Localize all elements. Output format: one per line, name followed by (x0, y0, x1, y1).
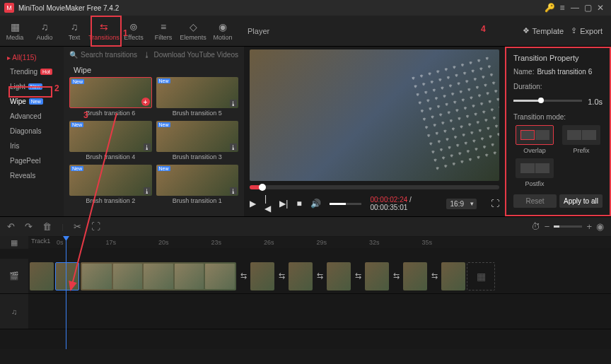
video-player: ▶ |◀ ▶| ■ 🔊 00:00:02:24 / 00:00:35:01 16… (244, 47, 505, 216)
speed-icon[interactable]: ⏱ (531, 221, 540, 232)
sidebar-item-iris[interactable]: Iris (0, 139, 64, 153)
apply-all-button[interactable]: Apply to all (559, 194, 603, 208)
mode-postfix[interactable] (516, 158, 554, 178)
download-icon[interactable]: ⭳ (230, 143, 237, 151)
transition-icon[interactable]: ⇆ (352, 271, 363, 282)
player-label: Player (248, 16, 269, 46)
download-icon[interactable]: ⭳ (230, 187, 237, 194)
transition-icon[interactable]: ⇆ (238, 271, 249, 282)
timeline-clip[interactable] (441, 262, 465, 290)
app-logo-icon: M (4, 3, 14, 13)
add-icon[interactable]: + (141, 98, 150, 106)
hamburger-menu-icon[interactable]: ≡ (556, 1, 569, 14)
sidebar-item-pagepeel[interactable]: PagePeel (0, 153, 64, 168)
transitions-icon: ⇆ (100, 21, 108, 33)
motion-icon: ◉ (219, 21, 227, 33)
video-track-head[interactable]: 🎬 (0, 259, 28, 293)
transition-thumb[interactable]: New⭳Brush transition 3 (156, 121, 239, 160)
playback-time: 00:00:02:24 / 00:00:35:01 (370, 196, 431, 211)
zoom-fit-button[interactable]: ◉ (596, 221, 604, 232)
timeline-clip[interactable] (250, 262, 274, 290)
sidebar-item-advanced[interactable]: Advanced (0, 109, 64, 124)
sidebar-item-reveals[interactable]: Reveals (0, 168, 64, 183)
search-icon: 🔍 (69, 51, 78, 59)
fullscreen-button[interactable]: ⛶ (491, 199, 499, 209)
zoom-in-button[interactable]: + (586, 221, 592, 232)
browser-category-title: Wipe (74, 66, 238, 74)
export-button[interactable]: ⇪Export (571, 26, 603, 35)
timeline-ruler-head[interactable]: ▦ (0, 236, 28, 249)
duration-value: 1.0s (588, 98, 603, 106)
stop-button[interactable]: ■ (296, 199, 301, 209)
download-icon: ⭳ (144, 51, 151, 59)
delete-button[interactable]: 🗑 (42, 221, 52, 232)
filters-icon: ≡ (161, 21, 166, 33)
aspect-ratio-select[interactable]: 16:9 (446, 199, 477, 209)
search-input[interactable]: 🔍Search transitions (69, 51, 139, 59)
next-frame-button[interactable]: ▶| (279, 199, 288, 209)
export-icon: ⇪ (571, 26, 577, 35)
transitions-tab[interactable]: ⇆Transitions (89, 16, 119, 46)
text-tab[interactable]: ♫Text (59, 16, 89, 46)
minimize-window-icon[interactable]: — (569, 1, 581, 14)
reset-button[interactable]: Reset (513, 194, 557, 208)
filters-tab[interactable]: ≡Filters (149, 16, 178, 46)
download-icon[interactable]: ⭳ (230, 100, 237, 107)
timeline-clip[interactable] (30, 262, 54, 290)
playhead[interactable] (66, 236, 66, 349)
template-button[interactable]: ❖Template (523, 26, 564, 35)
zoom-slider[interactable] (554, 225, 582, 228)
annotation-2: 2 (54, 83, 59, 93)
redo-button[interactable]: ↷ (25, 221, 33, 232)
transition-thumb[interactable]: New⭳Brush transition 1 (156, 165, 239, 204)
text-icon: ♫ (71, 21, 78, 33)
timeline-clip[interactable] (403, 262, 427, 290)
play-button[interactable]: ▶ (250, 199, 256, 209)
volume-icon[interactable]: 🔊 (310, 199, 321, 209)
transition-icon[interactable]: ⇆ (390, 271, 402, 282)
download-icon[interactable]: ⭳ (144, 143, 151, 151)
mode-overlap[interactable] (516, 125, 554, 145)
drop-slot[interactable]: ▦ (467, 262, 495, 290)
motion-tab[interactable]: ◉Motion (208, 16, 238, 46)
transition-thumb[interactable]: New⭳Brush transition 5 (156, 77, 239, 117)
timeline-clip[interactable] (365, 262, 389, 290)
download-youtube-button[interactable]: ⭳Download YouTube Videos (144, 51, 238, 59)
sidebar-item-diagonals[interactable]: Diagonals (0, 124, 64, 139)
track-label: Track1 (31, 237, 50, 245)
duration-slider[interactable] (513, 100, 582, 102)
license-key-icon[interactable]: 🔑 (543, 1, 556, 14)
media-icon: ▦ (11, 21, 20, 33)
volume-slider[interactable] (330, 203, 362, 205)
audio-track-head[interactable]: ♫ (0, 294, 28, 329)
titlebar: M MiniTool MovieMaker Free 7.4.2 🔑 ≡ — ▢… (0, 0, 611, 16)
media-tab[interactable]: ▦Media (0, 16, 30, 46)
scrub-bar[interactable] (250, 185, 499, 189)
mode-prefix[interactable] (562, 125, 600, 145)
audio-tab[interactable]: ♫Audio (30, 16, 59, 46)
transition-icon[interactable]: ⇆ (314, 271, 325, 282)
annotation-1: 1 (123, 28, 128, 38)
timeline-clip[interactable] (327, 262, 351, 290)
props-title: Transition Property (513, 54, 603, 62)
elements-tab[interactable]: ◇Elements (178, 16, 208, 46)
main-toolbar: ▦Media ♫Audio ♫Text ⇆Transitions ⊚Effect… (0, 16, 611, 47)
elements-icon: ◇ (190, 21, 197, 33)
sidebar-item-wipe[interactable]: WipeNew (0, 94, 64, 109)
timeline-clip[interactable] (289, 262, 313, 290)
maximize-window-icon[interactable]: ▢ (581, 1, 594, 14)
zoom-out-button[interactable]: − (545, 221, 550, 232)
mode-label: Transition mode: (513, 113, 603, 121)
transition-thumb[interactable]: New+Brush transition 6 (69, 77, 152, 117)
annotation-arrow (67, 113, 124, 298)
prev-frame-button[interactable]: |◀ (264, 194, 271, 213)
transition-icon[interactable]: ⇆ (276, 271, 287, 282)
audio-track[interactable] (28, 294, 611, 329)
close-window-icon[interactable]: ✕ (594, 1, 607, 14)
transition-icon[interactable]: ⇆ (429, 271, 440, 282)
sidebar-item-trending[interactable]: TrendingHot (0, 64, 64, 79)
undo-button[interactable]: ↶ (7, 221, 15, 232)
download-icon[interactable]: ⭳ (144, 187, 151, 194)
sidebar-all[interactable]: ▸ All(115) (0, 51, 64, 64)
player-viewport[interactable] (250, 49, 499, 181)
